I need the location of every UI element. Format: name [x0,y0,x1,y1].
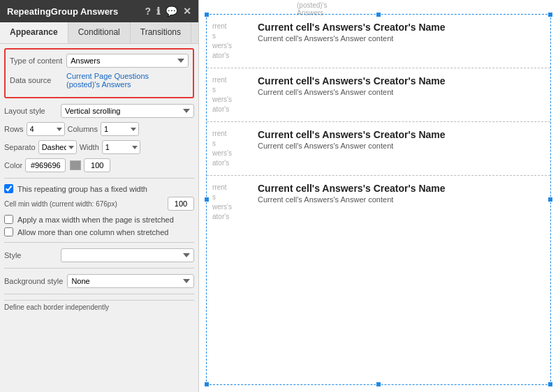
handle-ml[interactable] [204,197,210,202]
color-input[interactable] [25,158,66,172]
cell-subtitle-1: Current cell's Answers's Answer content [258,34,545,43]
cell-subtitle-3: Current cell's Answers's Answer content [258,142,545,150]
cell-left-clipped-1: rrent s wers's ator's [212,22,251,61]
background-style-select[interactable]: None [67,274,194,288]
close-icon[interactable]: ✕ [183,6,191,17]
table-row: rrent s wers's ator's Current cell's Ans… [207,122,550,176]
max-width-row: Apply a max width when the page is stret… [4,215,194,224]
type-of-content-row: Type of content Answers [10,54,189,68]
cell-left-clipped-4: rrent s wers's ator's [212,183,251,222]
separator-label: Separato [4,143,36,151]
handle-bl[interactable] [204,382,210,387]
table-row: rrent s wers's ator's Current cell's Ans… [207,15,550,68]
fixed-width-checkbox[interactable] [4,184,13,193]
type-of-content-select[interactable]: Answers [66,54,189,68]
data-source-label: Data source [10,76,62,84]
cell-subtitle-2: Current cell's Answers's Answer content [258,88,545,96]
cell-min-width-row: Cell min width (current width: 676px) [4,197,194,211]
width-label: Width [80,143,99,151]
panel-header: RepeatingGroup Answers ? ℹ 💬 ✕ [0,0,198,22]
data-source-value[interactable]: Current Page Questions (posted)'s Answer… [66,72,149,89]
cell-title-1: Current cell's Answers's Creator's Name [258,22,545,33]
data-source-row: Data source Current Page Questions (post… [10,72,189,89]
layout-style-row: Layout style Vertical scrolling [4,104,194,118]
cell-min-width-input[interactable] [168,197,194,211]
multi-column-checkbox[interactable] [4,227,13,236]
posted-text-line1: (posted)'s [297,1,328,9]
type-of-content-label: Type of content [10,56,62,65]
highlight-box: Type of content Answers Data source Curr… [4,48,194,98]
rows-label: Rows [4,125,24,133]
handle-mr[interactable] [548,197,553,202]
fixed-width-label: This repeating group has a fixed width [17,185,147,193]
cell-content-4: Current cell's Answers's Creator's Name … [258,183,545,204]
background-style-label: Background style [4,277,63,285]
width-select[interactable]: 1 [102,140,140,154]
table-row: rrent s wers's ator's Current cell's Ans… [207,68,550,122]
tab-conditional[interactable]: Conditional [68,22,131,43]
cell-left-clipped-2: rrent s wers's ator's [212,75,251,114]
right-canvas: (posted)'s Answers rrent s wers's ator's… [199,0,558,392]
panel-header-icons: ? ℹ 💬 ✕ [145,6,191,17]
color-swatch[interactable] [70,160,81,170]
info-icon[interactable]: ℹ [156,6,160,17]
repeating-group-canvas: rrent s wers's ator's Current cell's Ans… [206,14,551,385]
help-icon[interactable]: ? [145,6,151,17]
rows-select[interactable]: 4 [27,122,65,136]
chat-icon[interactable]: 💬 [166,6,177,17]
cell-content-1: Current cell's Answers's Creator's Name … [258,22,545,43]
style-label: Style [4,251,57,259]
style-row: Style [4,248,194,262]
separator-row: Separato Dashed Width 1 [4,140,194,154]
define-border-note: Define each border independently [4,300,194,312]
color-label: Color [4,161,22,169]
data-source-line1[interactable]: Current Page Questions [66,72,149,80]
handle-tc[interactable] [376,12,381,17]
max-width-label: Apply a max width when the page is stret… [17,216,174,224]
cell-min-width-label: Cell min width (current width: 676px) [4,200,165,208]
max-width-checkbox[interactable] [4,215,13,224]
cell-title-2: Current cell's Answers's Creator's Name [258,75,545,86]
color-opacity-input[interactable] [84,158,110,172]
cell-title-3: Current cell's Answers's Creator's Name [258,129,545,140]
tab-transitions[interactable]: Transitions [131,22,191,43]
style-select[interactable] [61,248,194,262]
panel-content: Type of content Answers Data source Curr… [0,44,198,392]
cell-content-3: Current cell's Answers's Creator's Name … [258,129,545,150]
handle-br[interactable] [548,382,553,387]
columns-select[interactable]: 1 [101,122,139,136]
handle-bc[interactable] [376,382,381,387]
layout-style-label: Layout style [4,107,57,115]
panel-title: RepeatingGroup Answers [7,6,118,17]
color-row: Color [4,158,194,172]
columns-label: Columns [68,125,98,133]
tab-appearance[interactable]: Appearance [0,22,68,43]
cell-content-2: Current cell's Answers's Creator's Name … [258,75,545,96]
left-panel: RepeatingGroup Answers ? ℹ 💬 ✕ Appearanc… [0,0,199,392]
cell-left-clipped-3: rrent s wers's ator's [212,129,251,168]
multi-column-row: Allow more than one column when stretche… [4,227,194,236]
define-border-text: Define each border independently [4,303,109,311]
data-source-line2[interactable]: (posted)'s Answers [66,80,149,89]
background-style-row: Background style None [4,274,194,288]
rows-cols-row: Rows 4 Columns 1 [4,122,194,136]
fixed-width-row: This repeating group has a fixed width [4,184,194,193]
tabs: Appearance Conditional Transitions [0,22,198,44]
handle-tr[interactable] [548,12,553,17]
layout-style-select[interactable]: Vertical scrolling [61,104,194,118]
multi-column-label: Allow more than one column when stretche… [17,228,168,236]
separator-select[interactable]: Dashed [38,140,77,154]
table-row: rrent s wers's ator's Current cell's Ans… [207,176,550,229]
cell-subtitle-4: Current cell's Answers's Answer content [258,195,545,204]
cell-title-4: Current cell's Answers's Creator's Name [258,183,545,194]
handle-tl[interactable] [204,12,210,17]
